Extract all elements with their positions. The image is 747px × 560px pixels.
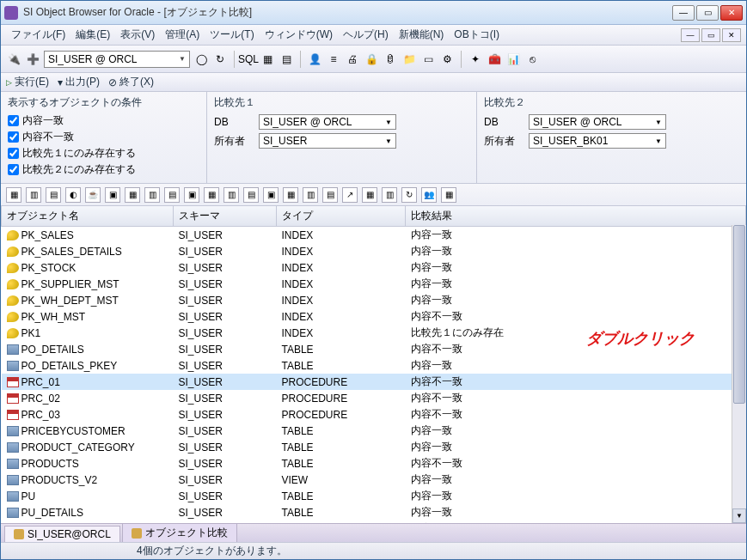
output-action[interactable]: ▾出力(P) [58,75,100,89]
mdi-restore-button[interactable]: ▭ [701,28,720,42]
filter-icon-21[interactable]: ↻ [401,187,417,203]
chk-only1[interactable] [8,148,19,159]
table-icon[interactable]: ▦ [260,52,275,67]
chk-diff[interactable] [8,131,19,143]
filter-icon-13[interactable]: ▤ [243,187,259,203]
table-row[interactable]: PK_SUPPLIER_MSTSI_USERINDEX内容一致 [2,276,746,292]
table-row[interactable]: PRODUCTS_V2SI_USERVIEW内容一致 [2,472,746,488]
col-schema[interactable]: スキーマ [174,206,277,227]
filter-icon-1[interactable]: ▦ [6,187,21,203]
filter-icon-5[interactable]: ☕ [85,187,101,203]
filter-icon-11[interactable]: ▦ [204,187,219,203]
filter-icon-4[interactable]: ◐ [65,187,81,203]
menu-tools[interactable]: ツール(T) [205,26,259,44]
filter-icon-12[interactable]: ▥ [223,187,239,203]
connection-combo[interactable]: SI_USER @ ORCL ▼ [44,51,190,68]
sql-icon[interactable]: SQL [241,52,256,67]
connect-icon[interactable]: 🔌 [6,52,21,67]
filter-icon-14[interactable]: ▣ [263,187,279,203]
table-row[interactable]: PUSI_USERTABLE内容一致 [2,488,746,504]
tab-connection[interactable]: SI_USER@ORCL [4,526,120,542]
stats-icon[interactable]: 📊 [505,52,521,67]
stack-icon[interactable]: ≡ [326,52,341,67]
filter-icon-3[interactable]: ▤ [46,187,61,203]
table-row[interactable]: PRICEBYCUSTOMERSI_USERTABLE内容一致 [2,423,746,439]
key-icon [7,279,19,289]
dest1-db-combo[interactable]: SI_USER @ ORCL▼ [259,114,396,130]
menu-view[interactable]: 表示(V) [115,26,160,44]
table-row[interactable]: PRODUCTSSI_USERTABLE内容不一致 [2,455,746,472]
filter-icon-2[interactable]: ▥ [26,187,41,203]
close-action[interactable]: ⊘終了(X) [108,75,154,89]
chk-only2[interactable] [8,164,19,175]
maximize-button[interactable]: ▭ [696,5,719,21]
menu-admin[interactable]: 管理(A) [160,26,205,44]
table-row[interactable]: PRODUCT_CATEGORYSI_USERTABLE内容一致 [2,439,746,455]
table-row[interactable]: PRC_03SI_USERPROCEDURE内容不一致 [2,406,746,423]
table-row[interactable]: PRC_01SI_USERPROCEDURE内容不一致 [2,374,746,390]
scrollbar[interactable]: ▼ [732,225,746,523]
main-toolbar: 🔌 ➕ SI_USER @ ORCL ▼ ◯ ↻ SQL ▦ ▤ 👤 ≡ 🖨 🔒… [1,46,746,73]
filter-icon-15[interactable]: ▦ [283,187,298,203]
scroll-down-icon[interactable]: ▼ [732,508,746,523]
results-grid[interactable]: オブジェクト名 スキーマ タイプ 比較結果 PK_SALESSI_USERIND… [1,206,746,523]
exit-icon[interactable]: ⎋ [524,52,540,67]
col-result[interactable]: 比較結果 [406,206,746,227]
table-row[interactable]: PU_DETAILSSI_USERTABLE内容一致 [2,504,746,520]
cyl-icon[interactable]: 🛢 [383,52,398,67]
menu-obtoko[interactable]: OBトコ(I) [449,26,505,44]
user-icon[interactable]: 👤 [307,52,322,67]
menu-file[interactable]: ファイル(F) [6,26,70,44]
filter-icon-20[interactable]: ▥ [382,187,397,203]
run-action[interactable]: ▷実行(E) [6,75,49,89]
table-row[interactable]: PK_SALES_DETAILSSI_USERINDEX内容一致 [2,243,746,259]
filter-icon-18[interactable]: ↗ [342,187,358,203]
table-row[interactable]: PURCHASE_ORDERSSI_USERTABLE内容一致 [2,520,746,523]
menu-help[interactable]: ヘルプ(H) [338,26,394,44]
table-row[interactable]: PO_DETAILS_PKEYSI_USERTABLE内容一致 [2,357,746,374]
filter-icon-9[interactable]: ▤ [164,187,180,203]
dest1-owner-combo[interactable]: SI_USER▼ [259,133,396,149]
minimize-button[interactable]: — [672,5,695,21]
filter-icon-16[interactable]: ▥ [303,187,318,203]
print-icon[interactable]: 🖨 [345,52,360,67]
refresh-icon[interactable]: ◯ [193,52,209,67]
menu-newfn[interactable]: 新機能(N) [394,26,450,44]
reload-icon[interactable]: ↻ [212,52,228,67]
table-row[interactable]: PK_SALESSI_USERINDEX内容一致 [2,227,746,244]
dest2-owner-combo[interactable]: SI_USER_BK01▼ [529,133,666,149]
col-name[interactable]: オブジェクト名 [2,206,174,227]
filter-icon-7[interactable]: ▦ [125,187,140,203]
scrollbar-thumb[interactable] [733,225,745,404]
col-type[interactable]: タイプ [277,206,406,227]
grid-icon[interactable]: ▤ [279,52,294,67]
table-row[interactable]: PO_DETAILSSI_USERTABLE内容不一致 [2,341,746,357]
mdi-minimize-button[interactable]: — [681,28,700,42]
menu-edit[interactable]: 編集(E) [70,26,115,44]
add-db-icon[interactable]: ➕ [25,52,40,67]
table-row[interactable]: PK_WH_MSTSI_USERINDEX内容不一致 [2,308,746,325]
close-button[interactable]: ✕ [720,5,743,21]
chk-match[interactable] [8,115,19,126]
filter-icon-19[interactable]: ▦ [362,187,377,203]
gear-icon[interactable]: ⚙ [439,52,455,67]
tool-icon[interactable]: 🧰 [487,52,502,67]
filter-icon-22[interactable]: 👥 [421,187,437,203]
star-icon[interactable]: ✦ [468,52,483,67]
menu-window[interactable]: ウィンドウ(W) [260,26,338,44]
table-row[interactable]: PK1SI_USERINDEX比較先１にのみ存在 [2,325,746,341]
filter-icon-6[interactable]: ▣ [105,187,120,203]
dest2-db-combo[interactable]: SI_USER @ ORCL▼ [529,114,666,130]
table-row[interactable]: PRC_02SI_USERPROCEDURE内容不一致 [2,390,746,406]
filter-icon-23[interactable]: ▦ [441,187,456,203]
tab-compare[interactable]: オブジェクト比較 [122,523,237,542]
table-row[interactable]: PK_WH_DEPT_MSTSI_USERINDEX内容一致 [2,292,746,308]
folder-icon[interactable]: 📁 [401,52,417,67]
mdi-close-button[interactable]: ✕ [722,28,741,42]
filter-icon-17[interactable]: ▤ [322,187,338,203]
window-icon[interactable]: ▭ [420,52,436,67]
table-row[interactable]: PK_STOCKSI_USERINDEX内容一致 [2,259,746,276]
filter-icon-8[interactable]: ▥ [144,187,160,203]
filter-icon-10[interactable]: ▣ [184,187,199,203]
lock-icon[interactable]: 🔒 [364,52,379,67]
